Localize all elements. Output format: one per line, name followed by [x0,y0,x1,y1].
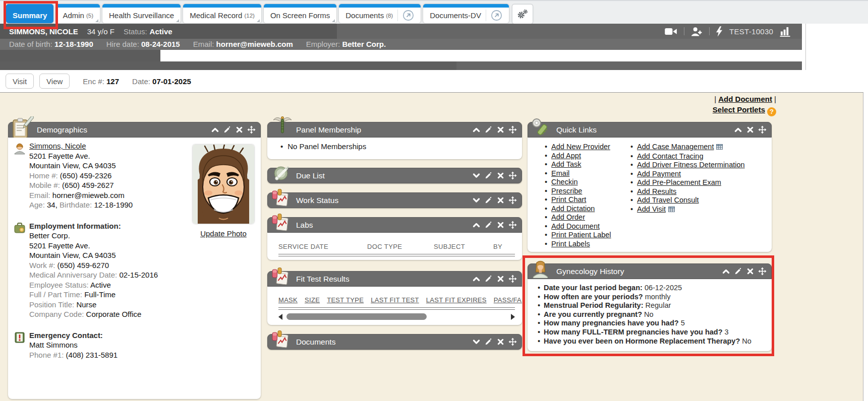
move-icon[interactable] [758,267,767,276]
quick-link-item[interactable]: Add Payment [630,170,745,179]
horizontal-scrollbar[interactable] [278,313,515,320]
labs-header[interactable]: Labs [267,217,522,233]
quick-link-item[interactable]: Email [545,169,611,178]
fit-test-column-header[interactable]: LAST FIT EXPIRES [426,296,487,304]
chart-tab[interactable]: Summary [6,4,53,23]
move-icon[interactable] [508,338,517,346]
quick-link-item[interactable]: Print Labels [545,240,611,249]
quick-link-item[interactable]: Add Pre-Placement Exam [630,178,745,187]
scrollbar-thumb[interactable] [286,313,427,320]
fit-test-column-header[interactable]: TEST TYPE [327,296,364,304]
fit-test-column-header[interactable]: PASS/FAIL [494,296,522,304]
edit-icon[interactable] [223,125,232,134]
quick-link-item[interactable]: Add Dictation [545,205,611,214]
lightning-icon[interactable] [716,26,723,37]
fit-test-column-header[interactable]: SIZE [305,296,320,304]
edit-icon[interactable] [484,221,493,229]
expand-icon[interactable] [472,171,481,180]
fit-test-column-header[interactable]: MASK [278,296,298,304]
close-icon[interactable] [496,338,505,346]
edit-icon[interactable] [484,125,493,134]
move-icon[interactable] [758,125,767,134]
chart-tab[interactable]: Medical Record (12) [183,4,261,23]
update-photo-link[interactable]: Update Photo [200,229,247,238]
help-icon[interactable]: ? [767,107,776,116]
panel-membership-header[interactable]: Panel Membership [267,122,522,138]
edit-icon[interactable] [734,267,742,276]
close-icon[interactable] [746,125,755,134]
work-status-header[interactable]: Work Status [267,192,522,208]
gynecology-history-header[interactable]: Gynecology History [528,263,772,279]
scroll-right-arrow[interactable] [511,314,515,320]
scroll-left-arrow[interactable] [278,314,282,320]
tab-settings-button[interactable] [512,4,533,24]
quick-link-item[interactable]: Print Chart [545,195,611,205]
collapse-icon[interactable] [734,125,742,134]
move-icon[interactable] [508,275,517,283]
quick-link-item[interactable]: Add Task [545,160,611,169]
scrollbar-track[interactable] [285,313,508,320]
quick-link-item[interactable]: Add Order [545,213,611,222]
move-icon[interactable] [508,171,517,180]
add-user-icon[interactable] [691,27,703,36]
fit-test-header[interactable]: Fit Test Results [267,271,522,287]
open-new-window-icon[interactable] [486,10,502,21]
quick-link-item[interactable]: Add Travel Consult [630,196,745,205]
collapse-icon[interactable] [472,221,481,229]
edit-icon[interactable] [484,275,493,283]
documents-header[interactable]: Documents [267,334,522,350]
view-button[interactable]: View [39,74,70,89]
chart-tab[interactable]: Health Surveillance [102,4,181,23]
chart-tab[interactable]: Documents (8) [339,4,421,23]
close-icon[interactable] [746,267,755,276]
edit-icon[interactable] [484,171,493,180]
close-icon[interactable] [496,125,505,134]
portlet-title: Documents [296,338,335,347]
quick-link-item[interactable]: Add New Provider [545,143,611,152]
quick-link-item[interactable]: Add Results [630,187,745,196]
collapse-icon[interactable] [472,275,481,283]
patient-detail: Hire date: 08-24-2015 [106,39,180,49]
quick-link-item[interactable]: Add Document [545,222,611,231]
quick-link-item[interactable]: Add Case Management [630,143,745,152]
quick-link-item[interactable]: Add Visit [630,205,745,215]
move-icon[interactable] [508,196,517,205]
collapse-icon[interactable] [472,125,481,134]
chart-tab[interactable]: On Screen Forms [264,4,336,23]
quick-link-item[interactable]: Add Contact Tracing [630,152,745,161]
edit-icon[interactable] [484,196,493,205]
close-icon[interactable] [235,125,244,134]
close-icon[interactable] [496,221,505,229]
move-icon[interactable] [247,125,256,134]
labs-column-header: SUBJECT [434,243,493,250]
demographics-header[interactable]: Demographics [8,122,261,138]
due-list-header[interactable]: Due List [267,168,522,183]
move-icon[interactable] [508,125,517,134]
close-icon[interactable] [496,196,505,205]
expand-icon[interactable] [472,196,481,205]
quick-link-item[interactable]: Print Patient Label [545,231,611,240]
visit-button[interactable]: Visit [6,74,34,89]
collapse-icon[interactable] [211,125,219,134]
add-document-link[interactable]: Add Document [718,95,772,103]
quick-link-item[interactable]: Add Driver Fitness Determination [630,161,745,170]
move-icon[interactable] [508,221,517,229]
quick-links-header[interactable]: Quick Links [528,122,772,138]
expand-icon[interactable] [472,338,481,346]
edit-icon[interactable] [484,338,493,346]
fit-test-column-header[interactable]: LAST FIT TEST [371,296,419,304]
flowsheet-chart-icon[interactable] [780,26,791,37]
select-portlets-link[interactable]: Select Portlets [713,105,765,114]
video-call-icon[interactable] [665,27,677,36]
quick-link-item[interactable]: Add Appt [545,152,611,161]
chart-tab[interactable]: Admin (5) [56,4,100,23]
quick-link-item[interactable]: Prescribe [545,187,611,196]
open-new-window-icon[interactable] [397,10,414,21]
close-icon[interactable] [496,171,505,180]
close-icon[interactable] [496,275,505,283]
collapse-icon[interactable] [722,267,730,276]
quick-link-item[interactable]: Checkin [545,178,611,187]
chart-tab[interactable]: Documents-DV [423,4,509,23]
patient-name-link[interactable]: Simmons, Nicole [29,142,86,150]
caduceus-icon [272,115,293,138]
